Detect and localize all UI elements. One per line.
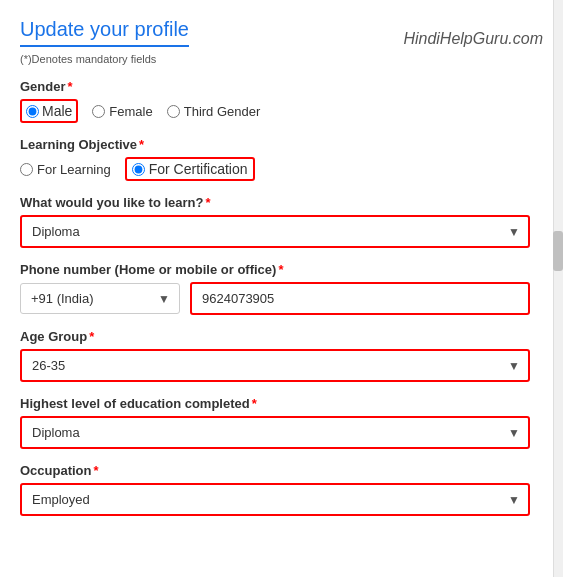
for-certification-label[interactable]: For Certification bbox=[149, 161, 248, 177]
education-label: Highest level of education completed* bbox=[20, 396, 530, 411]
gender-group: Gender* Male Female Third Gender bbox=[20, 79, 530, 123]
occupation-select[interactable]: Employed bbox=[20, 483, 530, 516]
for-certification-wrap: For Certification bbox=[125, 157, 255, 181]
mandatory-note: (*)Denotes mandatory fields bbox=[20, 53, 530, 65]
education-group: Highest level of education completed* Di… bbox=[20, 396, 530, 449]
phone-number-input[interactable] bbox=[190, 282, 530, 315]
learning-objective-group: Learning Objective* For Learning For Cer… bbox=[20, 137, 530, 181]
occupation-group: Occupation* Employed ▼ bbox=[20, 463, 530, 516]
learning-objective-label: Learning Objective* bbox=[20, 137, 530, 152]
learn-what-group: What would you like to learn?* Diploma ▼ bbox=[20, 195, 530, 248]
age-group-group: Age Group* 26-35 ▼ bbox=[20, 329, 530, 382]
gender-radio-group: Male Female Third Gender bbox=[20, 99, 530, 123]
education-select-wrapper: Diploma ▼ bbox=[20, 416, 530, 449]
phone-label: Phone number (Home or mobile or office)* bbox=[20, 262, 530, 277]
learn-what-select[interactable]: Diploma bbox=[20, 215, 530, 248]
gender-male-wrap: Male bbox=[20, 99, 78, 123]
gender-female-label[interactable]: Female bbox=[109, 104, 152, 119]
occupation-label: Occupation* bbox=[20, 463, 530, 478]
site-watermark: HindiHelpGuru.com bbox=[403, 30, 543, 48]
age-group-select[interactable]: 26-35 bbox=[20, 349, 530, 382]
phone-row: +91 (India) ▼ bbox=[20, 282, 530, 315]
gender-third-item: Third Gender bbox=[167, 104, 261, 119]
for-certification-radio[interactable] bbox=[132, 163, 145, 176]
gender-female-radio[interactable] bbox=[92, 105, 105, 118]
phone-country-wrapper: +91 (India) ▼ bbox=[20, 283, 180, 314]
scrollbar-track bbox=[553, 0, 563, 577]
gender-male-label[interactable]: Male bbox=[42, 103, 72, 119]
phone-country-select[interactable]: +91 (India) bbox=[20, 283, 180, 314]
scrollbar-thumb[interactable] bbox=[553, 231, 563, 271]
phone-group: Phone number (Home or mobile or office)*… bbox=[20, 262, 530, 315]
for-learning-radio[interactable] bbox=[20, 163, 33, 176]
gender-female-item: Female bbox=[92, 104, 152, 119]
education-select[interactable]: Diploma bbox=[20, 416, 530, 449]
page-title: Update your profile bbox=[20, 18, 189, 47]
learning-objective-radio-group: For Learning For Certification bbox=[20, 157, 530, 181]
gender-third-radio[interactable] bbox=[167, 105, 180, 118]
gender-male-radio[interactable] bbox=[26, 105, 39, 118]
learning-for-learning-item: For Learning bbox=[20, 162, 111, 177]
occupation-select-wrapper: Employed ▼ bbox=[20, 483, 530, 516]
age-group-label: Age Group* bbox=[20, 329, 530, 344]
age-group-select-wrapper: 26-35 ▼ bbox=[20, 349, 530, 382]
learn-what-label: What would you like to learn?* bbox=[20, 195, 530, 210]
page-container: HindiHelpGuru.com Update your profile (*… bbox=[0, 0, 550, 550]
learn-what-select-wrapper: Diploma ▼ bbox=[20, 215, 530, 248]
for-learning-label[interactable]: For Learning bbox=[37, 162, 111, 177]
gender-label: Gender* bbox=[20, 79, 530, 94]
gender-third-label[interactable]: Third Gender bbox=[184, 104, 261, 119]
